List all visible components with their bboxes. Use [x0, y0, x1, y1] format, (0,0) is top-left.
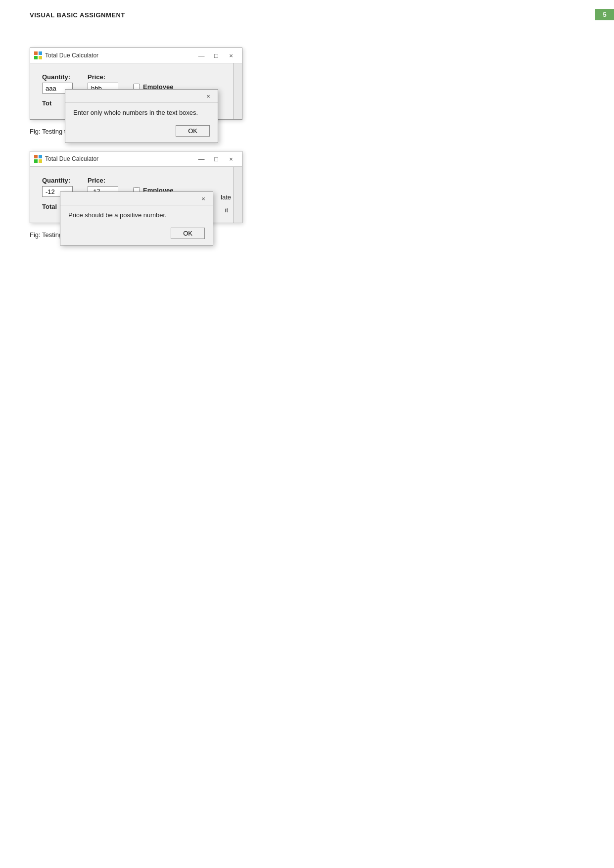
- msgbox1-close-btn[interactable]: ×: [203, 92, 214, 100]
- dialog2-titlebar: Total Due Calculator — □ ×: [30, 151, 242, 167]
- dialog1-titlebar: Total Due Calculator — □ ×: [30, 48, 242, 63]
- page-number: 5: [595, 9, 614, 20]
- dialog2-body: Quantity: Price: Employee ×: [30, 167, 242, 223]
- dialog2-controls: — □ ×: [194, 154, 238, 164]
- dialog1-body: Quantity: Price: Employee ×: [30, 63, 242, 119]
- svg-rect-2: [34, 56, 38, 59]
- dialog1-title: Total Due Calculator: [45, 52, 191, 59]
- dialog2-restore-btn[interactable]: □: [209, 154, 223, 164]
- msgbox1-titlebar: ×: [65, 90, 218, 103]
- svg-rect-4: [34, 155, 38, 158]
- dialog2: Total Due Calculator — □ × Quantity: Pri…: [30, 151, 242, 223]
- app-icon: [34, 51, 42, 59]
- msgbox2-message: Price should be a positive number.: [60, 205, 213, 225]
- partial-text-it: it: [225, 206, 229, 214]
- employee-group: Employee: [133, 74, 173, 91]
- svg-rect-7: [39, 159, 42, 163]
- price-label2: Price:: [88, 177, 118, 184]
- partial-text-late: late: [221, 193, 231, 201]
- total-label1: Tot: [42, 99, 61, 107]
- msgbox2-titlebar: ×: [60, 192, 213, 205]
- dialog1-minimize-btn[interactable]: —: [194, 50, 208, 60]
- svg-rect-6: [34, 159, 38, 163]
- msgbox2-footer: OK: [60, 225, 213, 245]
- dialog1-restore-btn[interactable]: □: [209, 50, 223, 60]
- page-title: VISUAL BASIC ASSIGNMENT: [30, 11, 125, 19]
- svg-rect-1: [39, 51, 42, 55]
- page-header: VISUAL BASIC ASSIGNMENT: [0, 0, 614, 19]
- quantity-label2: Quantity:: [42, 177, 73, 184]
- svg-rect-0: [34, 51, 38, 55]
- price-label: Price:: [88, 73, 118, 81]
- dialog1-scrollbar: [233, 63, 242, 119]
- dialog1: Total Due Calculator — □ × Quantity: Pri…: [30, 48, 242, 120]
- dialog2-close-btn[interactable]: ×: [224, 154, 238, 164]
- dialog2-minimize-btn[interactable]: —: [194, 154, 208, 164]
- dialog2-title: Total Due Calculator: [45, 155, 191, 162]
- msgbox2-close-btn[interactable]: ×: [198, 194, 209, 203]
- svg-rect-5: [39, 155, 42, 158]
- msgbox2-ok-btn[interactable]: OK: [171, 228, 205, 239]
- msgbox1: × Enter only whole numbers in the text b…: [65, 89, 218, 143]
- msgbox1-footer: OK: [65, 122, 218, 143]
- app-icon2: [34, 155, 42, 163]
- dialog2-scrollbar: [233, 167, 242, 223]
- dialog1-close-btn[interactable]: ×: [224, 50, 238, 60]
- total-label2: Total: [42, 203, 61, 210]
- msgbox2: × Price should be a positive number. OK: [60, 192, 213, 245]
- dialog1-controls: — □ ×: [194, 50, 238, 60]
- msgbox1-message: Enter only whole numbers in the text box…: [65, 103, 218, 122]
- msgbox1-ok-btn[interactable]: OK: [176, 125, 210, 137]
- quantity-label: Quantity:: [42, 73, 73, 81]
- svg-rect-3: [39, 56, 42, 59]
